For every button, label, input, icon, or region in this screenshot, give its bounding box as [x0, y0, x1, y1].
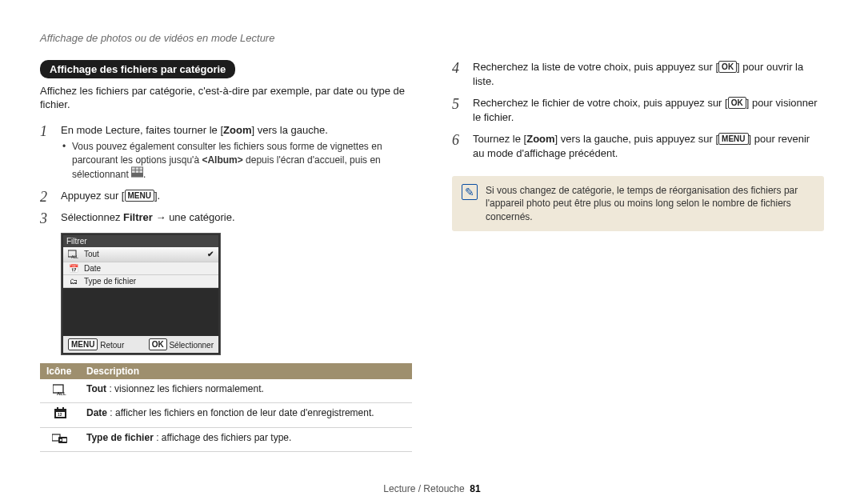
svg-point-18 — [60, 439, 62, 442]
legend-term: Type de fichier — [86, 432, 154, 443]
step-1-sub: Vous pouvez également consulter les fich… — [61, 140, 412, 181]
step-5: 5 Recherchez le fichier de votre choix, … — [452, 96, 824, 124]
sub-text: . — [143, 169, 146, 180]
step-text: ] vers la gauche. — [251, 124, 327, 136]
legend-row: Type de fichier : affichage des fichiers… — [40, 427, 412, 452]
page-number: 81 — [470, 483, 480, 494]
filetype-icon — [40, 427, 80, 452]
screenshot-footer-right: OK Sélectionner — [149, 338, 214, 350]
step-text: Recherchez le fichier de votre choix, pu… — [473, 97, 728, 109]
legend-text: : visionnez les fichiers normalement. — [106, 383, 264, 394]
filter-screenshot: Filtrer ALL Tout ✔ 📅 Date 🗂 Type de fich… — [61, 233, 221, 355]
svg-text:ALL: ALL — [57, 391, 66, 395]
legend-term: Date — [86, 407, 107, 418]
steps-left: 1 En mode Lecture, faites tourner le [Zo… — [40, 123, 412, 225]
section-intro: Affichez les fichiers par catégorie, c'e… — [40, 85, 412, 112]
legend-desc: Type de fichier : affichage des fichiers… — [80, 427, 412, 452]
all-icon: ALL — [40, 379, 80, 403]
legend-term: Tout — [86, 383, 106, 394]
footer-section: Lecture / Retouche — [383, 483, 464, 494]
step-1: 1 En mode Lecture, faites tourner le [Zo… — [40, 123, 412, 181]
album-label: <Album> — [202, 154, 242, 166]
svg-rect-14 — [62, 407, 64, 410]
svg-rect-13 — [57, 407, 58, 410]
zoom-label: Zoom — [223, 124, 251, 136]
right-column: 4 Recherchez la liste de votre choix, pu… — [452, 60, 824, 452]
footer-label: Retour — [100, 341, 124, 350]
legend-head-icon: Icône — [40, 363, 80, 379]
step-text: ]. — [154, 190, 160, 202]
screenshot-footer-left: MENU Retour — [68, 338, 124, 350]
filetype-icon: 🗂 — [68, 277, 79, 286]
legend-desc: Date : afficher les fichiers en fonction… — [80, 403, 412, 428]
svg-rect-1 — [132, 167, 135, 170]
left-column: Affichage des fichiers par catégorie Aff… — [40, 60, 412, 452]
step-number: 1 — [40, 122, 47, 141]
calendar-icon: 12 — [40, 403, 80, 428]
svg-text:ALL: ALL — [71, 254, 78, 258]
legend-desc: Tout : visionnez les fichiers normalemen… — [80, 379, 412, 403]
ok-key-icon: OK — [718, 61, 737, 73]
step-text: En mode Lecture, faites tourner le [ — [61, 124, 223, 136]
svg-rect-6 — [139, 170, 142, 173]
filter-label: Filtrer — [123, 211, 153, 223]
footer-label: Sélectionner — [169, 341, 214, 350]
svg-rect-5 — [136, 170, 139, 173]
steps-right: 4 Recherchez la liste de votre choix, pu… — [452, 60, 824, 160]
ok-key-icon: OK — [149, 338, 167, 350]
screenshot-title: Filtrer — [63, 235, 218, 247]
legend-text: : affichage des fichiers par type. — [154, 432, 292, 443]
menu-key-icon: MENU — [68, 338, 98, 350]
screenshot-blank-area — [63, 288, 218, 336]
step-number: 6 — [452, 130, 459, 150]
step-number: 3 — [40, 209, 47, 228]
svg-rect-3 — [139, 167, 142, 170]
svg-text:12: 12 — [58, 412, 62, 417]
note-info-icon: ✎ — [462, 184, 478, 200]
filter-option-all: ALL Tout ✔ — [63, 247, 218, 262]
filter-option-date: 📅 Date — [63, 262, 218, 275]
step-2: 2 Appuyez sur [MENU]. — [40, 189, 412, 203]
step-number: 2 — [40, 187, 47, 206]
step-text: Tournez le [ — [473, 133, 526, 145]
svg-rect-19 — [62, 438, 66, 442]
all-icon: ALL — [68, 249, 79, 260]
step-4: 4 Recherchez la liste de votre choix, pu… — [452, 60, 824, 88]
step-text: Appuyez sur [ — [61, 190, 125, 202]
legend-text: : afficher les fichiers en fonction de l… — [107, 407, 374, 418]
check-icon: ✔ — [207, 250, 214, 258]
legend-head-desc: Description — [80, 363, 412, 379]
calendar-icon: 📅 — [68, 264, 79, 273]
section-title-pill: Affichage des fichiers par catégorie — [40, 60, 235, 78]
grid-thumbnail-icon — [131, 166, 143, 178]
filter-option-label: Type de fichier — [84, 277, 136, 286]
filter-option-label: Tout — [84, 250, 99, 258]
note-text: Si vous changez de catégorie, le temps d… — [486, 184, 814, 223]
step-3: 3 Sélectionnez Filtrer → une catégorie. — [40, 210, 412, 225]
arrow-icon: → — [153, 211, 169, 223]
legend-row: ALL Tout : visionnez les fichiers normal… — [40, 379, 412, 403]
note-box: ✎ Si vous changez de catégorie, le temps… — [452, 176, 824, 231]
zoom-label: Zoom — [526, 133, 554, 145]
svg-rect-2 — [136, 167, 139, 170]
step-text: ] vers la gauche, puis appuyez sur [ — [555, 133, 719, 145]
step-number: 4 — [452, 58, 459, 78]
ok-key-icon: OK — [728, 97, 746, 109]
step-number: 5 — [452, 94, 459, 114]
menu-key-icon: MENU — [718, 133, 748, 145]
step-6: 6 Tournez le [Zoom] vers la gauche, puis… — [452, 132, 824, 160]
page-footer: Lecture / Retouche 81 — [0, 483, 864, 494]
menu-key-icon: MENU — [125, 190, 154, 202]
legend-row: 12 Date : afficher les fichiers en fonct… — [40, 403, 412, 428]
icon-legend-table: Icône Description ALL Tout : visionnez l… — [40, 363, 412, 453]
filter-option-label: Date — [84, 264, 101, 273]
step-text: une catégorie. — [169, 211, 234, 223]
step-text: Recherchez la liste de votre choix, puis… — [473, 61, 718, 73]
step-text: Sélectionnez — [61, 211, 123, 223]
running-head: Affichage de photos ou de vidéos en mode… — [40, 32, 824, 44]
filter-option-type: 🗂 Type de fichier — [63, 275, 218, 288]
svg-rect-4 — [132, 170, 135, 173]
